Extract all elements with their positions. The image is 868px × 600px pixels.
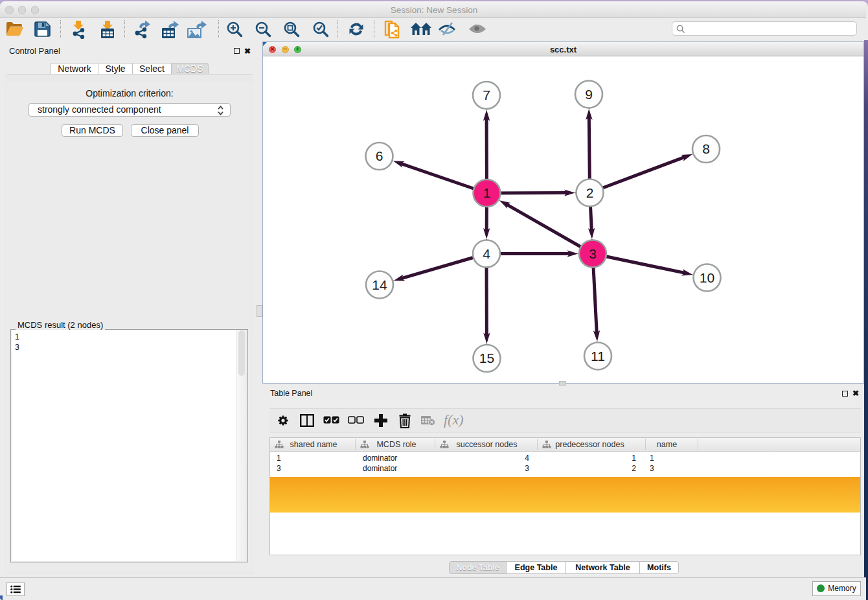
svg-text:2: 2 [586,185,594,200]
svg-text:8: 8 [702,141,710,156]
svg-text:11: 11 [591,349,605,363]
svg-text:10: 10 [700,270,714,285]
svg-text:3: 3 [589,246,597,261]
svg-text:14: 14 [372,277,387,292]
svg-text:7: 7 [483,87,490,102]
svg-text:15: 15 [479,351,494,365]
svg-text:9: 9 [585,87,593,102]
svg-text:4: 4 [483,246,490,261]
svg-text:1: 1 [483,185,491,200]
svg-text:6: 6 [376,148,383,163]
